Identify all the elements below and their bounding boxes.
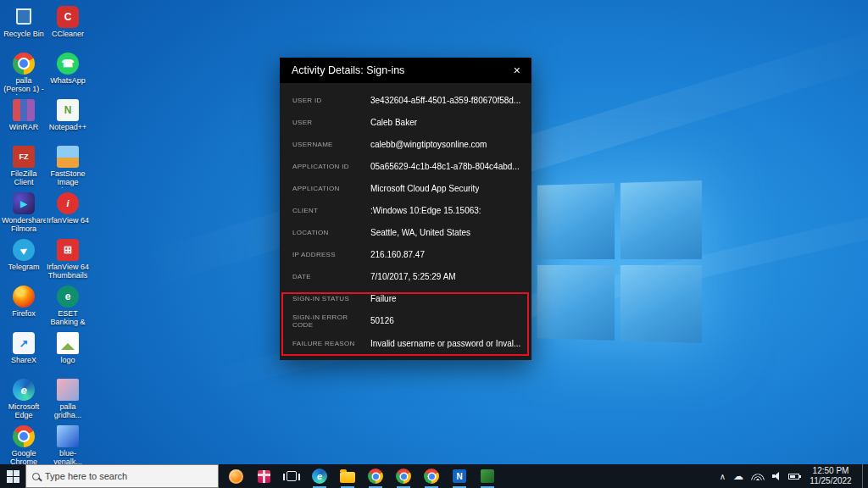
chrome-icon [13, 425, 35, 447]
onenote-taskbar-button[interactable]: N [447, 464, 472, 488]
detail-value: Failure [370, 294, 397, 303]
detail-value: 216.160.87.47 [370, 250, 425, 259]
irfanview-icon: i [57, 192, 79, 214]
desktop-icon-recycle-bin[interactable]: Recycle Bin [2, 3, 46, 50]
chrome-taskbar-button-1[interactable] [363, 464, 388, 488]
irfanview-thumbnails-icon: ⊞ [57, 239, 79, 261]
windows-logo-icon [7, 470, 19, 483]
desktop-icon-label: Microsoft Edge [2, 403, 46, 420]
telegram-icon: ▶ [13, 239, 35, 261]
filezilla-icon: FZ [13, 146, 35, 168]
desktop-icon-faststone[interactable]: FastStone Image Viewer [46, 143, 90, 190]
desktop-icon-notepadpp[interactable]: N Notepad++ [46, 97, 90, 143]
desktop-icon-chrome-profile[interactable]: palla (Person 1) - Chrome [2, 50, 46, 97]
detail-row-user: USER Caleb Baker [280, 111, 531, 133]
desktop-icon-telegram[interactable]: ▶ Telegram [2, 236, 46, 283]
desktop-icon-blue-image[interactable]: blue-venalk... [46, 423, 90, 469]
hidden-icons-chevron-icon[interactable]: ∧ [720, 472, 726, 481]
winrar-icon [13, 99, 35, 121]
alarms-app-button[interactable] [223, 464, 248, 488]
task-view-button[interactable] [279, 464, 304, 488]
desktop-icon-label: palla (Person 1) - Chrome [2, 77, 46, 95]
wallpaper-windows-logo [537, 180, 702, 343]
detail-row-client: CLIENT :Windows 10:Edge 15.15063: [280, 199, 531, 221]
desktop-icon-label: Recycle Bin [3, 30, 44, 39]
detail-value: calebb@wingtiptoysonline.com [370, 140, 487, 149]
desktop-icon-label: IrfanView 64 [47, 217, 89, 225]
desktop-icon-label: logo [60, 357, 75, 365]
activity-details-dialog: Activity Details: Sign-ins × USER ID 3e4… [280, 58, 531, 360]
detail-label: DATE [292, 273, 370, 280]
detail-label: SIGN-IN ERROR CODE [292, 313, 370, 329]
taskbar-search[interactable] [25, 464, 219, 488]
detail-value: 50126 [370, 316, 394, 325]
dialog-body: USER ID 3e432604-a5ff-4501-a359-f80670f5… [280, 83, 531, 354]
desktop-icon-filezilla[interactable]: FZ FileZilla Client [2, 143, 46, 190]
task-view-icon [287, 471, 297, 481]
desktop-icon-eset-banking[interactable]: e ESET Banking & Payment ... [46, 283, 90, 330]
chrome-taskbar-button-2[interactable] [391, 464, 416, 488]
detail-label: FAILURE REASON [292, 340, 370, 347]
ccleaner-icon: C [57, 6, 79, 28]
detail-value: Caleb Baker [370, 118, 417, 127]
detail-label: CLIENT [292, 207, 370, 214]
volume-icon[interactable] [772, 472, 781, 480]
taskbar-apps: e N [219, 464, 500, 488]
desktop-icon-label: WinRAR [9, 124, 39, 132]
desktop-icon-label: Firefox [12, 310, 36, 319]
alarm-clock-icon [229, 469, 243, 484]
desktop-icon-filmora[interactable]: ▶ Wondershare Filmora [2, 190, 46, 236]
desktop-icon-label: Wondershare Filmora [2, 217, 46, 234]
edge-taskbar-button[interactable]: e [307, 464, 332, 488]
taskbar-clock[interactable]: 12:50 PM 11/25/2022 [807, 466, 854, 487]
detail-value: Invalid username or password or Inval... [370, 339, 520, 348]
desktop-icon-palla-image[interactable]: palla gridha... [46, 376, 90, 423]
detail-value: 05a65629-4c1b-48c1-a78b-804c4abd... [370, 162, 520, 171]
onedrive-cloud-icon[interactable]: ☁ [733, 471, 743, 481]
detail-label: SIGN-IN STATUS [292, 295, 370, 302]
desktop-icon-firefox[interactable]: Firefox [2, 283, 46, 330]
show-desktop-button[interactable] [862, 464, 866, 488]
desktop: Recycle Bin palla (Person 1) - Chrome Wi… [0, 0, 868, 488]
detail-label: IP ADDRESS [292, 251, 370, 258]
close-icon[interactable]: × [511, 64, 523, 77]
desktop-icon-logo-image[interactable]: logo [46, 330, 90, 376]
detail-value: 7/10/2017, 5:25:29 AM [370, 272, 456, 281]
desktop-icon-edge[interactable]: e Microsoft Edge [2, 376, 46, 423]
detail-row-location: LOCATION Seattle, WA, United States [280, 222, 531, 244]
chrome-taskbar-button-3[interactable] [419, 464, 444, 488]
folder-icon [340, 472, 355, 483]
desktop-icon-irfanview-thumbnails[interactable]: ⊞ IrfanView 64 Thumbnails [46, 236, 90, 283]
start-button[interactable] [0, 464, 25, 488]
search-input[interactable] [45, 471, 212, 481]
eset-icon: e [57, 286, 79, 308]
detail-label: USER ID [292, 97, 370, 104]
desktop-icon-whatsapp[interactable]: ☎ WhatsApp [46, 50, 90, 97]
image-file-icon [57, 425, 79, 447]
desktop-icon-ccleaner[interactable]: C CCleaner [46, 3, 90, 50]
desktop-icon-irfanview[interactable]: i IrfanView 64 [46, 190, 90, 236]
green-app-icon [481, 469, 494, 483]
detail-row-sign-in-error-code: SIGN-IN ERROR CODE 50126 [280, 310, 531, 332]
desktop-icon-chrome[interactable]: Google Chrome [2, 423, 46, 469]
desktop-icon-winrar[interactable]: WinRAR [2, 97, 46, 143]
desktop-icon-sharex[interactable]: ↗ ShareX [2, 330, 46, 376]
desktop-icons: Recycle Bin palla (Person 1) - Chrome Wi… [2, 3, 90, 469]
detail-row-failure-reason: FAILURE REASON Invalid username or passw… [280, 332, 531, 354]
detail-row-ip-address: IP ADDRESS 216.160.87.47 [280, 244, 531, 266]
image-file-icon [57, 379, 79, 401]
green-app-taskbar-button[interactable] [475, 464, 500, 488]
whatsapp-icon: ☎ [57, 53, 79, 75]
wifi-icon[interactable] [751, 473, 765, 480]
gift-app-button[interactable] [251, 464, 276, 488]
detail-label: USER [292, 119, 370, 126]
desktop-icon-label: Telegram [8, 263, 39, 272]
detail-row-sign-in-status: SIGN-IN STATUS Failure [280, 288, 531, 310]
recycle-bin-icon [13, 6, 35, 28]
file-explorer-button[interactable] [335, 464, 360, 488]
sharex-icon: ↗ [13, 332, 35, 354]
filmora-icon: ▶ [13, 192, 35, 214]
taskbar: e N ∧ ☁ 12:50 PM 11/25/2022 [0, 464, 868, 488]
battery-icon[interactable] [788, 474, 799, 480]
edge-icon: e [312, 469, 327, 484]
